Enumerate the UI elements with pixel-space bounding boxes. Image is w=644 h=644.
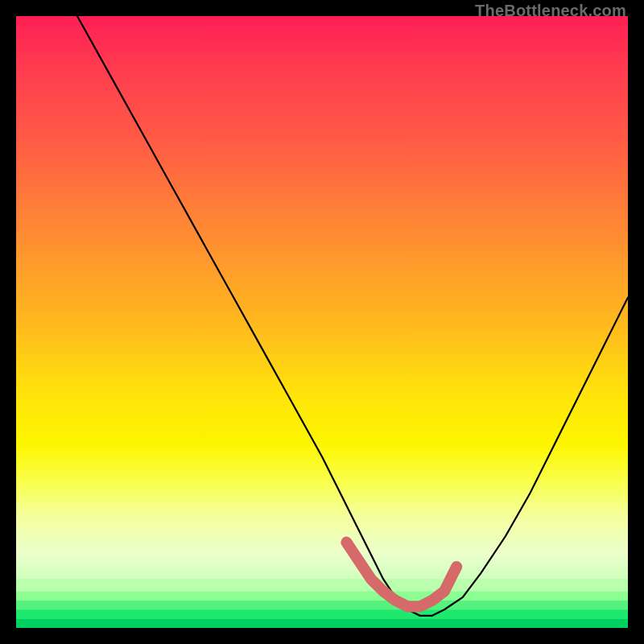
green-band bbox=[16, 609, 628, 618]
watermark-text: TheBottleneck.com bbox=[475, 2, 626, 20]
green-band bbox=[16, 579, 628, 591]
green-band bbox=[16, 601, 628, 609]
bottleneck-curve bbox=[77, 16, 628, 616]
chart-frame: TheBottleneck.com bbox=[0, 0, 644, 644]
green-band bbox=[16, 619, 628, 628]
bottom-green-bands bbox=[16, 579, 628, 628]
green-band bbox=[16, 591, 628, 600]
chart-overlay bbox=[16, 16, 628, 628]
